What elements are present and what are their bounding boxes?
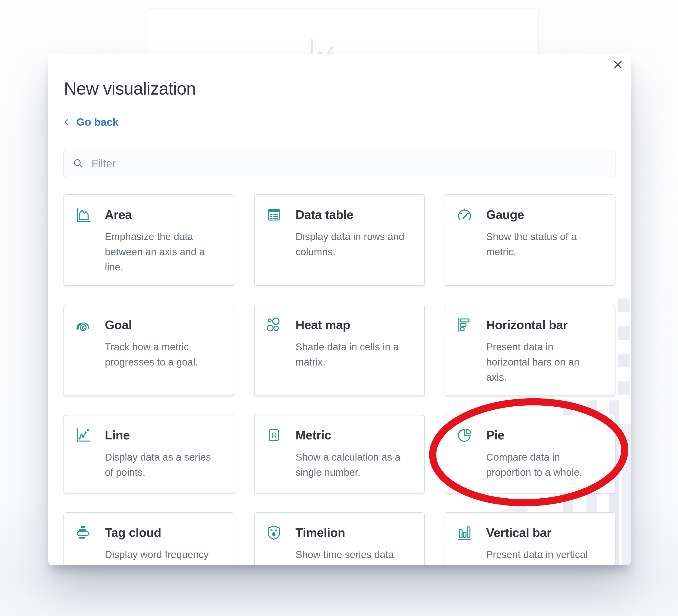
viz-card-data-table[interactable]: Data tableDisplay data in rows and colum…: [254, 194, 425, 286]
viz-card-description: Show a calculation as a single number.: [296, 450, 411, 480]
viz-card-description: Present data in vertical bars on an axis…: [486, 547, 602, 565]
viz-card-header: Timelion: [266, 525, 411, 540]
viz-card-description: Show time series data on a graph.: [296, 547, 411, 565]
watermark-square: [617, 354, 630, 368]
viz-card-title: Area: [105, 207, 132, 222]
viz-card-description: Compare data in proportion to a whole.: [486, 450, 602, 480]
data-table-icon: [266, 207, 282, 223]
viz-card-metric[interactable]: 8MetricShow a calculation as a single nu…: [254, 415, 425, 493]
viz-card-header: Gauge: [457, 207, 602, 223]
viz-card-pie[interactable]: PieCompare data in proportion to a whole…: [445, 415, 615, 493]
viz-card-title: Tag cloud: [105, 526, 161, 540]
line-chart-icon: [75, 427, 91, 443]
viz-card-horizontal-bar[interactable]: Horizontal barPresent data in horizontal…: [445, 305, 615, 396]
watermark-square: [617, 381, 630, 395]
area-chart-icon: [75, 207, 91, 223]
modal-title: New visualization: [64, 78, 196, 99]
viz-card-title: Horizontal bar: [486, 318, 568, 332]
viz-card-title: Timelion: [296, 526, 345, 540]
metric-icon: 8: [266, 427, 282, 443]
viz-card-header: Data table: [266, 207, 411, 223]
watermark-square: [617, 299, 630, 312]
viz-card-header: Area: [75, 207, 220, 223]
viz-card-line[interactable]: LineDisplay data as a series of points.: [64, 415, 234, 493]
viz-card-description: Present data in horizontal bars on an ax…: [486, 339, 602, 385]
viz-card-tag-cloud[interactable]: Tag cloudDisplay word frequency with fon…: [64, 512, 234, 565]
vertical-bar-icon: [457, 525, 473, 540]
goal-icon: 8: [75, 317, 91, 333]
viz-card-header: Horizontal bar: [457, 317, 602, 333]
viz-card-header: Line: [75, 427, 220, 443]
viz-card-area[interactable]: AreaEmphasize the data between an axis a…: [64, 194, 234, 286]
go-back-link[interactable]: Go back: [63, 116, 119, 128]
viz-card-title: Vertical bar: [486, 526, 551, 540]
viz-card-goal[interactable]: 8GoalTrack how a metric progresses to a …: [64, 305, 234, 396]
viz-card-description: Display word frequency with font size.: [105, 547, 220, 565]
viz-card-header: Tag cloud: [75, 525, 220, 540]
watermark-bar: [622, 424, 631, 565]
go-back-label: Go back: [76, 116, 119, 128]
visualization-type-grid: AreaEmphasize the data between an axis a…: [64, 194, 615, 565]
timelion-icon: [266, 525, 282, 540]
tag-cloud-icon: [75, 525, 91, 540]
viz-card-title: Data table: [296, 207, 353, 222]
pie-chart-icon: [457, 427, 473, 443]
viz-card-description: Display data as a series of points.: [105, 450, 220, 480]
viz-card-title: Gauge: [486, 207, 524, 222]
viz-card-header: Pie: [457, 427, 602, 443]
viz-card-header: Vertical bar: [457, 525, 602, 540]
horizontal-bar-icon: [457, 317, 473, 333]
viz-card-timelion[interactable]: TimelionShow time series data on a graph…: [254, 512, 425, 565]
gauge-icon: [457, 207, 473, 223]
viz-card-title: Pie: [486, 428, 504, 442]
viz-card-vertical-bar[interactable]: Vertical barPresent data in vertical bar…: [445, 512, 615, 565]
heat-map-icon: [266, 317, 282, 333]
viz-card-heat-map[interactable]: Heat mapShade data in cells in a matrix.: [254, 305, 425, 396]
viz-card-header: 8Metric: [266, 427, 411, 443]
watermark-square: [617, 326, 630, 340]
viz-card-description: Emphasize the data between an axis and a…: [105, 229, 220, 275]
viz-card-title: Heat map: [296, 318, 350, 332]
viz-card-header: 8Goal: [75, 317, 220, 333]
viz-card-description: Shade data in cells in a matrix.: [296, 339, 411, 370]
new-visualization-modal: New visualization Go back AreaEmphasize …: [48, 54, 631, 565]
chevron-left-icon: [63, 118, 71, 126]
viz-card-description: Show the status of a metric.: [486, 229, 602, 260]
svg-text:8: 8: [271, 431, 276, 440]
viz-card-description: Track how a metric progresses to a goal.: [105, 339, 220, 370]
viz-card-title: Metric: [296, 428, 331, 442]
viz-card-title: Goal: [105, 318, 132, 332]
viz-card-title: Line: [105, 428, 130, 442]
filter-input[interactable]: [64, 150, 615, 177]
svg-text:8: 8: [82, 324, 85, 331]
filter-search-box: [64, 150, 615, 177]
viz-card-header: Heat map: [266, 317, 411, 333]
close-icon[interactable]: [612, 59, 624, 70]
viz-card-gauge[interactable]: GaugeShow the status of a metric.: [445, 194, 615, 286]
viz-card-description: Display data in rows and columns.: [296, 229, 411, 260]
